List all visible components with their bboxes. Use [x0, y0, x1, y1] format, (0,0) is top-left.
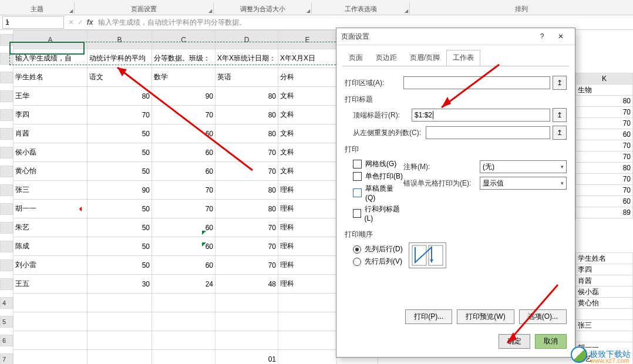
cell[interactable]: 50: [87, 124, 152, 143]
print-button[interactable]: 打印(P)...: [405, 309, 452, 324]
cell[interactable]: 50: [87, 162, 152, 181]
cell[interactable]: [152, 312, 216, 331]
errors-dropdown[interactable]: 显示值▾: [480, 177, 567, 190]
row-header[interactable]: 4: [0, 297, 13, 309]
cell[interactable]: [216, 294, 278, 312]
fx-icon[interactable]: fx: [85, 18, 95, 26]
cell[interactable]: 分科: [278, 68, 337, 87]
collapse-dialog-icon[interactable]: ↥: [553, 108, 567, 122]
cell[interactable]: 70: [152, 106, 216, 124]
row-header[interactable]: [0, 222, 13, 234]
cell[interactable]: [87, 294, 152, 312]
cell[interactable]: 70: [576, 107, 633, 118]
select-all-corner[interactable]: [0, 34, 13, 46]
cell[interactable]: 胡一一: [14, 200, 87, 218]
cell[interactable]: 李四: [14, 106, 87, 124]
row-header[interactable]: [0, 90, 13, 102]
ribbon-group-arrange[interactable]: 排列: [410, 4, 633, 15]
cell[interactable]: 70: [216, 218, 278, 237]
cell[interactable]: 肖茜: [576, 275, 633, 287]
cell[interactable]: 肖茜: [14, 124, 87, 143]
help-button[interactable]: ?: [533, 32, 551, 41]
cell[interactable]: 70: [576, 151, 633, 163]
row-header[interactable]: [0, 128, 13, 140]
row-header[interactable]: [0, 53, 13, 65]
print-preview-button[interactable]: 打印预览(W): [457, 309, 514, 324]
cell[interactable]: 学生姓名: [576, 253, 633, 264]
cell[interactable]: 24: [152, 275, 216, 294]
cell[interactable]: [216, 331, 278, 350]
comments-dropdown[interactable]: (无)▾: [480, 160, 567, 173]
cell[interactable]: 70: [576, 185, 633, 196]
name-box[interactable]: 1▼: [2, 16, 64, 29]
cell[interactable]: 48: [216, 275, 278, 294]
cell[interactable]: 侯小磊: [14, 143, 87, 162]
cell[interactable]: X年X班统计日期：: [216, 49, 278, 68]
cell[interactable]: 80: [216, 87, 278, 106]
cell[interactable]: 刘小雷: [14, 256, 87, 275]
radio-over-down[interactable]: 先行后列(V): [353, 257, 403, 267]
cell[interactable]: 理科: [278, 275, 337, 294]
row-header[interactable]: [0, 72, 13, 83]
formula-input[interactable]: 输入学生成绩，自动统计学科的平均分等数据。: [95, 18, 633, 28]
cell[interactable]: [14, 350, 87, 365]
cell[interactable]: [576, 309, 633, 320]
cell[interactable]: [278, 294, 337, 312]
cell[interactable]: 分等数据。班级：: [152, 49, 216, 68]
cell[interactable]: 理科: [278, 256, 337, 275]
cell[interactable]: X年X月X日: [278, 49, 337, 68]
cell[interactable]: [576, 331, 633, 342]
cell[interactable]: 50: [87, 256, 152, 275]
ribbon-group-page-setup[interactable]: 页面设置: [75, 4, 213, 15]
col-header[interactable]: E: [278, 31, 337, 49]
chk-draft[interactable]: 草稿质量(Q): [353, 184, 403, 202]
cell[interactable]: 80: [216, 181, 278, 200]
cell[interactable]: [87, 312, 152, 331]
row-header[interactable]: [0, 278, 13, 290]
cell[interactable]: [14, 312, 87, 331]
cell[interactable]: 文科: [278, 124, 337, 143]
cell[interactable]: 90: [152, 87, 216, 106]
row-header[interactable]: [0, 166, 13, 177]
cell[interactable]: 朱艺: [14, 218, 87, 237]
right-columns[interactable]: K 生物 8070706070708070706089 学生姓名李四肖茜侯小磊黄…: [575, 73, 633, 364]
tab-margins[interactable]: 页边距: [369, 50, 403, 66]
close-button[interactable]: ✕: [551, 32, 570, 41]
cell[interactable]: 80: [576, 163, 633, 174]
cell[interactable]: 张三: [14, 181, 87, 200]
row-header[interactable]: [0, 259, 13, 271]
chk-gridlines[interactable]: 网格线(G): [353, 159, 403, 169]
cell[interactable]: 张三: [576, 320, 633, 331]
tab-page[interactable]: 页面: [342, 50, 369, 66]
cell[interactable]: [14, 294, 87, 312]
cell[interactable]: [278, 350, 337, 365]
ok-button[interactable]: 确定: [499, 334, 530, 349]
tab-header-footer[interactable]: 页眉/页脚: [403, 50, 446, 66]
cell[interactable]: 70: [576, 118, 633, 129]
cell[interactable]: 80: [216, 124, 278, 143]
collapse-dialog-icon[interactable]: ↥: [553, 76, 567, 90]
cell[interactable]: 学生姓名: [14, 68, 87, 87]
cell[interactable]: 60: [576, 129, 633, 140]
chk-headings[interactable]: 行和列标题(L): [353, 204, 403, 223]
cell[interactable]: 70: [87, 106, 152, 124]
cell[interactable]: 80: [87, 87, 152, 106]
cell[interactable]: [216, 312, 278, 331]
cell[interactable]: 理科: [278, 200, 337, 218]
cell[interactable]: [87, 350, 152, 365]
ribbon-group-sheet-options[interactable]: 工作表选项: [312, 4, 409, 15]
cell[interactable]: [278, 312, 337, 331]
cell[interactable]: 英语: [216, 68, 278, 87]
row-header[interactable]: 5: [0, 316, 13, 328]
options-button[interactable]: 选项(O)...: [519, 309, 567, 324]
cell[interactable]: 文科: [278, 106, 337, 124]
cell[interactable]: 60: [152, 162, 216, 181]
cell[interactable]: 输入学生成绩，自: [14, 49, 87, 68]
cell[interactable]: 80: [576, 96, 633, 107]
top-row-input[interactable]: $1:$2: [412, 109, 550, 122]
cancel-button[interactable]: 取消: [535, 334, 567, 349]
cell[interactable]: [87, 331, 152, 350]
cell[interactable]: 50: [87, 143, 152, 162]
cell[interactable]: 70: [216, 162, 278, 181]
cell[interactable]: 70: [576, 140, 633, 151]
